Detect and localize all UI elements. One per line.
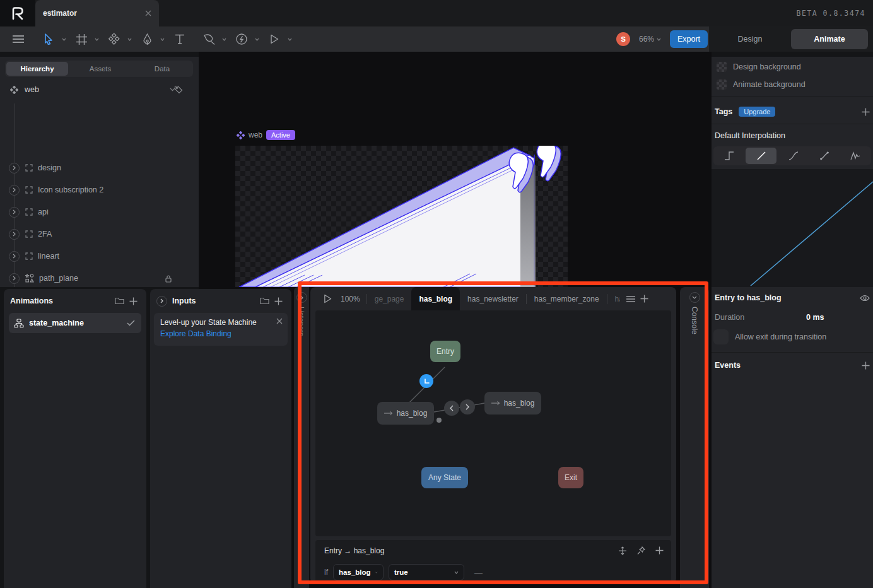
eye-icon[interactable] <box>860 295 870 302</box>
expand-chevron-icon[interactable] <box>9 163 20 173</box>
layer-tab-has-newsletter[interactable]: has_newsletter <box>460 287 526 310</box>
avatar[interactable]: S <box>616 32 630 46</box>
transition-left-chevron-button[interactable] <box>444 401 459 416</box>
node-any-state[interactable]: Any State <box>421 467 468 488</box>
layer-row-api[interactable]: api <box>0 204 199 220</box>
play-tool-chevron-icon[interactable] <box>285 30 294 49</box>
hierarchy-root-web[interactable]: web <box>6 82 193 97</box>
menu-icon[interactable] <box>9 30 28 49</box>
shapes-tool-icon[interactable] <box>105 30 124 49</box>
tab-hierarchy[interactable]: Hierarchy <box>6 62 68 76</box>
canvas-zoom-control[interactable]: 66% <box>639 35 661 44</box>
file-tab-estimator[interactable]: estimator <box>35 0 159 26</box>
close-tab-icon[interactable] <box>145 10 151 16</box>
events-tool-icon[interactable] <box>232 30 251 49</box>
layer-row-path-plane[interactable]: path_plane <box>0 271 199 286</box>
select-tool-icon[interactable] <box>39 30 58 49</box>
expand-chevron-icon[interactable] <box>9 251 20 262</box>
animate-background-swatch[interactable] <box>717 79 727 90</box>
dismiss-banner-icon[interactable] <box>276 318 283 324</box>
text-tool-icon[interactable] <box>170 30 189 49</box>
state-machine-graph[interactable]: Entry has_blog has_blog Any State Exit <box>315 310 671 536</box>
animate-background-row[interactable]: Animate background <box>717 79 806 90</box>
state-machine-zoom-value[interactable]: 100% <box>334 287 366 310</box>
listeners-vertical-tab[interactable]: Listeners <box>294 287 309 588</box>
transition-condition-dot[interactable] <box>419 374 433 388</box>
layer-tab-has-blog[interactable]: has_blog <box>411 287 460 310</box>
export-button[interactable]: Export <box>670 30 708 48</box>
add-layer-icon[interactable] <box>638 292 652 306</box>
add-animation-icon[interactable] <box>126 294 140 308</box>
pen-tool-icon[interactable] <box>138 30 156 49</box>
add-tag-icon[interactable] <box>862 108 870 116</box>
interpolation-curve-graph[interactable] <box>712 169 873 287</box>
tag-icon[interactable] <box>174 85 183 94</box>
interpolation-linear-icon[interactable] <box>746 148 776 164</box>
move-transition-icon[interactable] <box>618 546 627 555</box>
allow-exit-checkbox[interactable] <box>713 329 729 344</box>
folder-icon[interactable] <box>257 294 271 308</box>
layer-row-lineart[interactable]: lineart <box>0 249 199 264</box>
inputs-collapse-chevron-icon[interactable] <box>156 296 167 307</box>
artboard-label[interactable]: web Active <box>237 130 295 140</box>
node-exit[interactable]: Exit <box>558 467 583 488</box>
layer-tab-has-member-zone[interactable]: has_member_zone <box>527 287 607 310</box>
group-icon <box>25 164 33 172</box>
interpolation-cubic-icon[interactable] <box>809 146 840 165</box>
upgrade-badge[interactable]: Upgrade <box>739 107 775 117</box>
duration-value[interactable]: 0 ms <box>806 313 824 322</box>
section-divider <box>712 96 873 97</box>
node-entry[interactable]: Entry <box>430 341 460 362</box>
design-background-row[interactable]: Design background <box>717 62 801 72</box>
condition-input-dropdown[interactable]: has_blog <box>333 564 384 580</box>
interpolation-ease-icon[interactable] <box>778 146 809 165</box>
select-tool-chevron-icon[interactable] <box>59 30 68 49</box>
expand-chevron-icon[interactable] <box>9 273 20 284</box>
interpolation-elastic-icon[interactable] <box>840 146 871 165</box>
expand-chevron-icon[interactable] <box>9 185 20 196</box>
listeners-collapse-chevron-icon[interactable] <box>296 292 307 303</box>
folder-icon[interactable] <box>112 294 126 308</box>
layer-tab-clipped[interactable]: ha <box>607 287 620 310</box>
node-has-blog-left[interactable]: has_blog <box>377 402 434 425</box>
lock-icon[interactable] <box>165 274 172 283</box>
add-condition-icon[interactable] <box>655 546 664 555</box>
play-state-machine-icon[interactable] <box>320 292 334 306</box>
tab-animate[interactable]: Animate <box>791 29 868 49</box>
tab-data[interactable]: Data <box>131 61 193 77</box>
pin-transition-icon[interactable] <box>637 546 645 555</box>
expand-chevron-icon[interactable] <box>9 229 20 240</box>
section-divider <box>712 352 873 353</box>
layer-row-2fa[interactable]: 2FA <box>0 226 199 242</box>
feather-tool-chevron-icon[interactable] <box>220 30 228 49</box>
interpolation-hold-icon[interactable] <box>713 146 744 165</box>
edge-anchor-dot[interactable] <box>437 418 442 423</box>
pen-tool-chevron-icon[interactable] <box>158 30 167 49</box>
transition-right-chevron-button[interactable] <box>460 399 475 415</box>
artboard-tool-icon[interactable] <box>72 30 91 49</box>
design-background-swatch[interactable] <box>717 62 727 72</box>
console-vertical-tab[interactable]: Console <box>680 287 709 588</box>
node-has-blog-right[interactable]: has_blog <box>484 392 541 415</box>
console-collapse-chevron-icon[interactable] <box>689 292 700 303</box>
layer-list-menu-icon[interactable] <box>624 292 638 306</box>
rive-logo[interactable] <box>0 0 35 26</box>
shapes-tool-chevron-icon[interactable] <box>125 30 134 49</box>
tab-design[interactable]: Design <box>709 35 791 44</box>
play-tool-icon[interactable] <box>265 30 284 49</box>
layer-tab-ge-page[interactable]: ge_page <box>367 287 412 310</box>
explore-data-binding-link[interactable]: Explore Data Binding <box>160 329 281 338</box>
tab-assets[interactable]: Assets <box>69 61 131 77</box>
layer-row-icon-subscription-2[interactable]: Icon subscription 2 <box>0 182 199 197</box>
animation-item-state-machine[interactable]: state_machine <box>9 313 141 333</box>
add-event-icon[interactable] <box>862 362 870 370</box>
add-input-icon[interactable] <box>271 294 285 308</box>
artboard[interactable] <box>235 146 568 287</box>
layer-row-design[interactable]: design <box>0 160 199 175</box>
artboard-tool-chevron-icon[interactable] <box>92 30 101 49</box>
transition-properties-header: Entry to has_blog <box>715 293 870 302</box>
expand-chevron-icon[interactable] <box>9 207 20 218</box>
feather-tool-icon[interactable] <box>199 30 218 49</box>
condition-value-dropdown[interactable]: true <box>389 564 464 580</box>
events-tool-chevron-icon[interactable] <box>252 30 261 49</box>
